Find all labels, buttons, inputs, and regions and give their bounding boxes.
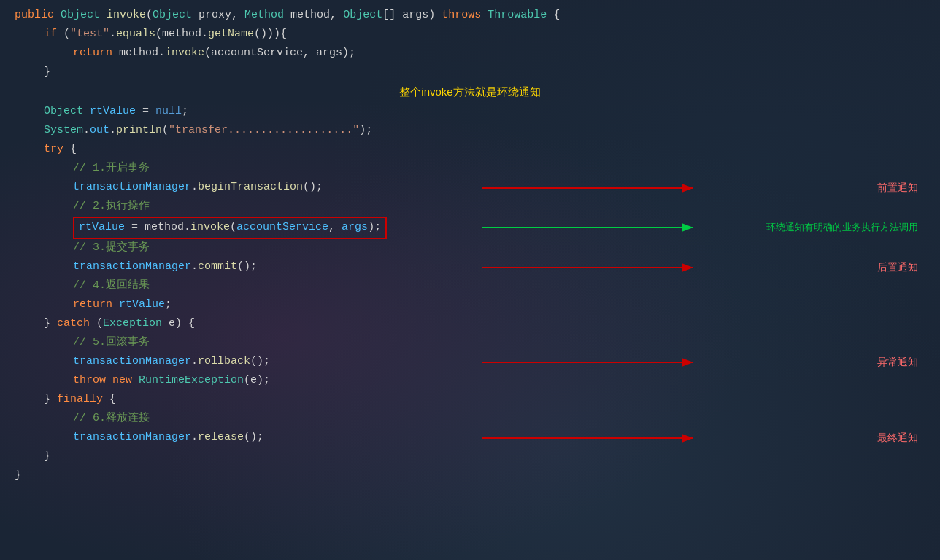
code-line-1: public Object invoke(Object proxy, Metho… (15, 6, 925, 25)
label-houzhi: 后置通知 (877, 259, 918, 276)
code-line-17: // 5.回滚事务 (15, 334, 925, 353)
code-line-16: } catch (Exception e) { (15, 315, 925, 334)
code-line-19: throw new RuntimeException(e); (15, 372, 925, 391)
code-line-23: } (15, 448, 925, 467)
highlighted-invoke: rtValue = method.invoke(accountService, … (73, 217, 387, 239)
arrow-zuizhong (482, 431, 708, 446)
label-qianzhi: 前置通知 (877, 179, 918, 196)
code-line-15: return rtValue; (15, 296, 925, 315)
label-zuizhong: 最终通知 (877, 429, 918, 446)
code-line-10: // 2.执行操作 (15, 198, 925, 217)
arrow-huanrao (482, 220, 708, 235)
keyword-public: public (15, 7, 61, 25)
code-line-13: transactionManager.commit(); 后置通知 (15, 258, 925, 277)
code-line-5: Object rtValue = null; (15, 103, 925, 122)
arrow-qianzhi (482, 181, 708, 195)
code-line-24: } (15, 467, 925, 486)
code-line-22: transactionManager.release(); 最终通知 (15, 429, 925, 448)
code-line-11: rtValue = method.invoke(accountService, … (15, 217, 925, 239)
code-line-7: try { (15, 141, 925, 160)
code-line-6: System.out.println("transfer............… (15, 122, 925, 141)
code-line-8: // 1.开启事务 (15, 160, 925, 179)
code-line-14: // 4.返回结果 (15, 277, 925, 296)
arrow-yichang (482, 355, 708, 370)
annotation-invoke: 整个invoke方法就是环绕通知 (15, 83, 925, 101)
code-display: public Object invoke(Object proxy, Metho… (0, 0, 940, 491)
code-line-18: transactionManager.rollback(); 异常通知 (15, 353, 925, 372)
arrow-houzhi (482, 260, 708, 275)
code-line-21: // 6.释放连接 (15, 410, 925, 429)
type-object: Object (61, 7, 107, 25)
label-yichang: 异常通知 (877, 354, 918, 370)
code-line-9: transactionManager.beginTransaction(); 前… (15, 179, 925, 198)
code-line-20: } finally { (15, 391, 925, 410)
code-line-12: // 3.提交事务 (15, 239, 925, 258)
code-line-4: } (15, 63, 925, 82)
keyword-throws: throws (442, 7, 481, 25)
code-line-3: return method.invoke(accountService, arg… (15, 44, 925, 63)
label-huanrao: 环绕通知有明确的业务执行方法调用 (766, 219, 918, 235)
method-invoke: invoke (107, 7, 146, 25)
code-line-2: if ("test".equals(method.getName())){ (15, 25, 925, 44)
